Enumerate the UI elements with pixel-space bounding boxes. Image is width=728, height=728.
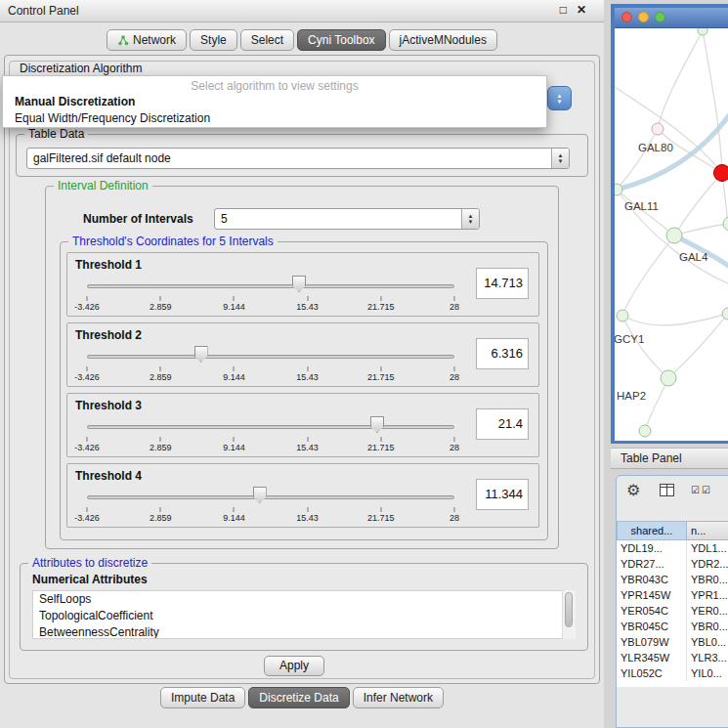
network-node[interactable] bbox=[639, 425, 651, 437]
number-of-intervals-combobox[interactable]: 5 ▲▼ bbox=[214, 208, 480, 230]
threshold-value-field[interactable]: 11.344 bbox=[476, 479, 529, 510]
table-row[interactable]: YBR045CYBR0... bbox=[617, 619, 728, 634]
network-node-selected[interactable] bbox=[714, 165, 728, 182]
bottom-tab-bar: Impute Data Discretize Data Infer Networ… bbox=[0, 687, 604, 710]
tick-mark bbox=[160, 296, 161, 301]
table-data-combobox[interactable]: galFiltered.sif default node ▲▼ bbox=[26, 148, 570, 169]
table-cell: YBR043C bbox=[617, 572, 687, 587]
threshold-value-field[interactable]: 14.713 bbox=[476, 268, 529, 299]
table-row[interactable]: YDR27...YDR2... bbox=[617, 556, 728, 572]
algorithm-combo-button[interactable]: ▲ ▼ bbox=[547, 86, 572, 110]
table-row[interactable]: YLR345WYLR3... bbox=[617, 650, 728, 665]
numerical-attributes-list[interactable]: SelfLoopsTopologicalCoefficientBetweenne… bbox=[32, 590, 576, 639]
slider-thumb[interactable] bbox=[370, 416, 384, 433]
combobox-stepper-icon[interactable]: ▲▼ bbox=[461, 209, 479, 229]
zoom-traffic-light[interactable] bbox=[655, 12, 665, 22]
slider-track[interactable] bbox=[87, 355, 454, 359]
control-panel-window: Control Panel □ ✕ Network Style Select C… bbox=[0, 0, 604, 728]
tab-network[interactable]: Network bbox=[107, 29, 187, 51]
tick-label: 28 bbox=[450, 513, 459, 523]
algorithm-dropdown-popup: Select algorithm to view settings Manual… bbox=[2, 75, 547, 128]
node-label: GAL80 bbox=[638, 142, 673, 153]
column-header-shared-name[interactable]: shared... bbox=[617, 521, 687, 540]
network-canvas[interactable]: GAL80 GAL11 GAL4 GCY1 HAP2 bbox=[615, 28, 728, 441]
threshold-panel: Threshold 4 11.344 -3.4262.8599.14415.43… bbox=[66, 463, 539, 528]
threshold-value-field[interactable]: 21.4 bbox=[476, 408, 529, 440]
network-node[interactable] bbox=[652, 123, 664, 135]
close-window-icon[interactable]: ✕ bbox=[577, 3, 586, 17]
tick-label: 28 bbox=[450, 372, 459, 382]
threshold-panel: Threshold 1 14.713 -3.4262.8599.14415.43… bbox=[66, 252, 539, 317]
table-panel-title: Table Panel bbox=[621, 449, 682, 468]
gear-icon[interactable]: ⚙ bbox=[626, 481, 640, 499]
slider-track[interactable] bbox=[87, 495, 454, 499]
threshold-value-field[interactable]: 6.316 bbox=[476, 338, 529, 369]
threshold-slider[interactable]: -3.4262.8599.14415.4321.71528 bbox=[75, 484, 466, 527]
slider-thumb[interactable] bbox=[194, 346, 208, 363]
network-node[interactable] bbox=[617, 310, 628, 321]
tick-label: 15.43 bbox=[296, 302, 319, 312]
network-node[interactable] bbox=[661, 370, 676, 386]
table-row[interactable]: YBR043CYBR0... bbox=[617, 572, 728, 587]
select-attributes-icons[interactable]: ☑☑ bbox=[691, 485, 712, 495]
discretization-algorithm-label: Discretization Algorithm bbox=[20, 62, 142, 75]
threshold-slider[interactable]: -3.4262.8599.14415.4321.71528 bbox=[75, 343, 466, 386]
network-node[interactable] bbox=[723, 217, 728, 231]
menu-item-equal-width-frequency[interactable]: Equal Width/Frequency Discretization bbox=[3, 110, 546, 127]
tab-jactivemnodules[interactable]: jActiveMNodules bbox=[389, 29, 497, 51]
table-row[interactable]: YIL052CYIL0... bbox=[617, 665, 728, 681]
menu-item-manual-discretization[interactable]: Manual Discretization bbox=[3, 94, 546, 110]
tick-mark bbox=[454, 437, 455, 442]
tick-label: 9.144 bbox=[223, 513, 245, 523]
tick-label: -3.426 bbox=[74, 513, 100, 523]
slider-track[interactable] bbox=[87, 284, 454, 288]
tab-style[interactable]: Style bbox=[190, 29, 237, 51]
tick-mark bbox=[307, 437, 308, 442]
tab-select[interactable]: Select bbox=[240, 29, 294, 51]
tab-impute-data[interactable]: Impute Data bbox=[160, 687, 245, 708]
tick-mark bbox=[307, 366, 308, 371]
combobox-stepper-icon[interactable]: ▲▼ bbox=[551, 149, 569, 168]
list-scrollbar[interactable] bbox=[562, 590, 576, 639]
slider-track[interactable] bbox=[87, 425, 454, 429]
scrollbar-thumb[interactable] bbox=[565, 592, 573, 627]
network-node[interactable] bbox=[666, 228, 682, 243]
table-cell: YLR3... bbox=[687, 650, 728, 665]
attribute-list-item[interactable]: TopologicalCoefficient bbox=[33, 608, 575, 624]
column-header-name[interactable]: n... bbox=[687, 521, 728, 540]
number-of-intervals-value: 5 bbox=[221, 209, 459, 229]
threshold-slider[interactable]: -3.4262.8599.14415.4321.71528 bbox=[75, 413, 466, 456]
table-cell: YDL1... bbox=[687, 540, 728, 556]
close-traffic-light[interactable] bbox=[621, 12, 632, 22]
attribute-list-item[interactable]: BetweennessCentrality bbox=[33, 624, 575, 639]
slider-thumb[interactable] bbox=[253, 487, 267, 503]
tab-cyni-toolbox[interactable]: Cyni Toolbox bbox=[297, 29, 385, 51]
tab-infer-network[interactable]: Infer Network bbox=[353, 687, 444, 708]
network-node[interactable] bbox=[722, 308, 728, 320]
table-cell: YBR0... bbox=[687, 619, 728, 634]
slider-thumb[interactable] bbox=[292, 276, 306, 292]
threshold-label: Threshold 3 bbox=[75, 399, 142, 412]
table-row[interactable]: YBL079WYBL0... bbox=[617, 634, 728, 650]
threshold-label: Threshold 2 bbox=[75, 328, 142, 342]
columns-icon[interactable] bbox=[660, 484, 674, 496]
network-node[interactable] bbox=[615, 184, 622, 195]
threshold-label: Threshold 1 bbox=[75, 258, 142, 272]
tab-discretize-data[interactable]: Discretize Data bbox=[248, 687, 349, 708]
tick-mark bbox=[234, 366, 235, 371]
attribute-list-item[interactable]: SelfLoops bbox=[33, 591, 575, 608]
network-node[interactable] bbox=[698, 28, 707, 35]
float-window-icon[interactable]: □ bbox=[560, 3, 567, 17]
minimize-traffic-light[interactable] bbox=[638, 12, 649, 22]
table-data-combobox-value: galFiltered.sif default node bbox=[33, 149, 549, 168]
apply-button[interactable]: Apply bbox=[264, 656, 324, 676]
table-row[interactable]: YPR145WYPR1... bbox=[617, 587, 728, 603]
table-row[interactable]: YER054CYER0... bbox=[617, 603, 728, 619]
tick-mark bbox=[380, 437, 381, 442]
table-cell: YDR27... bbox=[617, 556, 687, 572]
tab-label: Infer Network bbox=[364, 687, 433, 708]
threshold-slider[interactable]: -3.4262.8599.14415.4321.71528 bbox=[75, 273, 466, 316]
table-row[interactable]: YDL19...YDL1... bbox=[617, 540, 728, 556]
tick-label: 2.859 bbox=[150, 513, 172, 523]
table-cell: YER054C bbox=[617, 603, 687, 619]
